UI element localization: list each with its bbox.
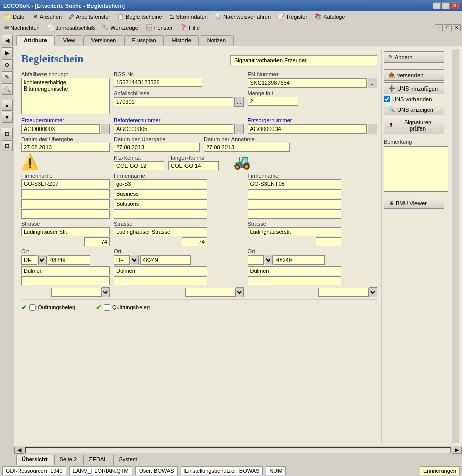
bottom-select1-input[interactable] (51, 288, 102, 297)
menge-input[interactable] (248, 97, 298, 106)
signaturen-pruefen-button[interactable]: 🎖 Signaturen prüfen (384, 117, 444, 134)
menu-jahresabschluss[interactable]: 📈Jahresabschluß (44, 23, 98, 32)
nav-btn-3[interactable]: ⊕ (2, 59, 13, 70)
tab-flussplan[interactable]: Flussplan (124, 35, 163, 46)
strasse-erzeuger-input[interactable] (21, 227, 110, 236)
abfall-textarea[interactable]: kohlenteerhaltige Bitumengemische (21, 78, 110, 114)
bottom-select1-dropdown[interactable] (102, 287, 110, 297)
signature-field[interactable] (230, 55, 377, 65)
nav-btn-5[interactable]: 🔍 (2, 83, 13, 95)
haenger-input[interactable] (168, 161, 219, 170)
menu-begleitscheine[interactable]: 📋Begleitscheine (114, 12, 165, 21)
ort-erzeuger-extra[interactable] (21, 276, 110, 285)
entsorger-input[interactable] (248, 124, 367, 134)
bottom-tab-system[interactable]: System (113, 455, 143, 465)
en-input[interactable] (248, 78, 367, 88)
datum1-input[interactable] (21, 143, 110, 152)
scroll-right-btn[interactable]: ▶ (452, 447, 462, 454)
firma-erzeuger-input4[interactable] (21, 209, 110, 219)
bottom-tab-zedal[interactable]: ZEDAL (83, 455, 112, 465)
ort-befoerderer-dropdown[interactable] (131, 255, 139, 265)
firma-entsorger-input3[interactable] (248, 199, 341, 208)
entsorger-browse[interactable]: ... (368, 124, 377, 134)
bottom-tab-seite2[interactable]: Seite 2 (54, 455, 82, 465)
hscrollbar-track[interactable] (25, 447, 451, 453)
aendern-button[interactable]: ✎ Ändern (384, 51, 444, 63)
firma-erzeuger-input1[interactable] (21, 179, 110, 188)
menu-kataloge[interactable]: 📚Kataloge (311, 12, 348, 21)
right-scrollbar[interactable] (452, 49, 459, 443)
tab-view[interactable]: View (56, 35, 83, 46)
bemerkung-textarea[interactable] (384, 146, 448, 192)
en-browse-btn[interactable]: ... (368, 78, 377, 88)
nav-btn-9[interactable]: ⊟ (2, 140, 13, 151)
datum-annahme-input[interactable] (204, 143, 290, 152)
minimize-button[interactable]: − (433, 2, 441, 9)
nav-btn-7[interactable]: ▼ (2, 112, 13, 123)
bgs-input[interactable] (114, 78, 202, 87)
firma-erzeuger-input3[interactable] (21, 199, 110, 208)
bottom-select3-dropdown[interactable] (369, 287, 377, 297)
menu-werkzeuge[interactable]: 🔧Werkzeuge (99, 23, 141, 32)
tab-attribute[interactable]: Attribute (16, 35, 55, 46)
befoerderer-input[interactable] (114, 124, 233, 134)
strasse-entsorger-nr[interactable] (316, 237, 341, 246)
quittung2-checkbox[interactable] (104, 304, 110, 311)
firma-entsorger-input1[interactable] (248, 179, 341, 188)
firma-entsorger-input2[interactable] (248, 189, 341, 198)
bottom-select2-dropdown[interactable] (236, 287, 244, 297)
ort-entsorger-city[interactable] (248, 266, 341, 275)
ort-entsorger-dropdown[interactable] (265, 255, 273, 265)
menu-arbeitsfenster[interactable]: 🖊Arbeitsfenster (66, 13, 113, 21)
datum2-input[interactable] (114, 143, 200, 152)
ort-befoerderer-country[interactable] (114, 255, 130, 265)
tab-versionen[interactable]: Versionen (83, 35, 123, 46)
nav-btn-8[interactable]: ⊞ (2, 128, 13, 139)
menu-nachweisverfahren[interactable]: 📊Nachweisverfahren (212, 12, 274, 21)
bmu-viewer-button[interactable]: 🖥 BMU Viewer (384, 198, 444, 209)
bottom-select2-input[interactable] (185, 288, 236, 297)
menu-fenster[interactable]: 🪟Fenster (143, 23, 176, 32)
nav-btn-4[interactable]: ✎ (2, 71, 13, 82)
abfall-schluessel-input[interactable] (114, 97, 233, 106)
maximize-button[interactable]: □ (442, 2, 450, 9)
ort-entsorger-extra[interactable] (248, 276, 341, 285)
strasse-erzeuger-nr[interactable] (84, 237, 110, 246)
toolbar2-close[interactable]: ✕ (453, 24, 461, 31)
firma-befoerderer-input3[interactable] (114, 199, 207, 208)
toolbar2-max[interactable]: □ (444, 24, 452, 31)
nav-btn-1[interactable]: ◀ (2, 35, 13, 46)
ort-erzeuger-zip[interactable] (48, 255, 90, 265)
uns-anzeigen-button[interactable]: 🔍 UNS anzeigen (384, 104, 444, 115)
scroll-left-btn[interactable]: ◀ (14, 447, 24, 454)
menu-stammdaten[interactable]: 🗂Stammdaten (166, 13, 211, 21)
strasse-befoerderer-nr[interactable] (182, 237, 207, 246)
ort-erzeuger-dropdown[interactable] (38, 255, 47, 265)
tab-historie[interactable]: Historie (165, 35, 199, 46)
menu-ansehen[interactable]: 👁Ansehen (30, 13, 65, 21)
menu-nachrichten[interactable]: ✉Nachrichten (1, 23, 43, 32)
strasse-befoerderer-input[interactable] (114, 227, 207, 236)
ort-befoerderer-zip[interactable] (140, 255, 191, 265)
bottom-select3-input[interactable] (318, 288, 369, 297)
ort-befoerderer-extra[interactable] (114, 276, 207, 285)
versenden-button[interactable]: 📤 versenden (384, 69, 444, 81)
strasse-entsorger-input[interactable] (248, 227, 341, 236)
uns-vorhanden-checkbox[interactable] (384, 96, 390, 102)
tab-notizen[interactable]: Notizen (200, 35, 234, 46)
ort-befoerderer-city[interactable] (114, 266, 207, 275)
menu-register[interactable]: 📝Register (275, 12, 310, 21)
menu-hilfe[interactable]: ❓Hilfe (177, 23, 203, 32)
kfz-input[interactable] (114, 161, 164, 170)
close-button[interactable]: ✕ (451, 2, 459, 9)
firma-befoerderer-input4[interactable] (114, 209, 207, 219)
erzeuger-input[interactable] (21, 124, 100, 134)
status-erinnerungen[interactable]: Erinnerungen (420, 466, 460, 475)
firma-erzeuger-input2[interactable] (21, 189, 110, 198)
quittung1-checkbox[interactable] (29, 304, 36, 311)
menu-datei[interactable]: 📁Datei (1, 12, 29, 21)
firma-befoerderer-input1[interactable] (114, 179, 207, 188)
toolbar2-min[interactable]: − (435, 24, 443, 31)
ort-entsorger-country[interactable] (248, 255, 264, 265)
firma-entsorger-input4[interactable] (248, 209, 341, 219)
